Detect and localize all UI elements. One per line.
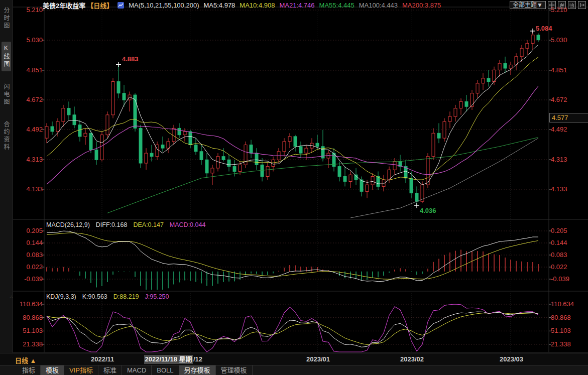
last-price-marker: 4.577 (549, 113, 588, 122)
tab-save-template[interactable]: 另存模板 (179, 365, 216, 375)
tab-manage-template[interactable]: 管理模板 (216, 365, 253, 375)
panel-settings-icon[interactable]: ∴ (10, 294, 13, 300)
period-selector[interactable]: 日线 ▲ (15, 355, 36, 365)
tab-boll[interactable]: BOLL (152, 365, 179, 375)
main-ylabel-right: 4.672 (551, 96, 586, 103)
main-ylabel: 4.313 (15, 156, 43, 163)
ma21-value: MA21:4.746 (279, 2, 314, 9)
kdj-k-value: K:90.563 (82, 293, 107, 300)
swing-high-annotation: 4.883 (122, 55, 139, 63)
kdj-caption: KDJ(9,3,3) (46, 293, 76, 300)
kdj-ylabel: 110.634 (15, 300, 43, 308)
kdj-j-value: J:95.250 (145, 293, 169, 300)
instrument-title: 美债2年收益率 (43, 1, 85, 10)
main-ylabel: 4.492 (15, 126, 43, 133)
kdj-ylabel: 80.868 (15, 314, 43, 321)
macd-ylabel: 0.083 (15, 251, 43, 259)
date-label: 2023/01 (306, 355, 330, 363)
main-ylabel: 5.030 (15, 36, 43, 44)
ma200-value: MA200:3.875 (402, 2, 441, 9)
main-ylabel: 4.672 (15, 96, 43, 103)
macd-ylabel: 0.022 (15, 263, 43, 271)
ma10-value: MA10:4.908 (240, 2, 275, 9)
tab-indicator[interactable]: 指标 (17, 365, 41, 375)
trading-app-window: 分时图 K线图 闪电图 合约资料 美债2年收益率 【日线】 MA(5,10,21… (0, 0, 588, 375)
macd-ylabel-right: -0.039 (551, 275, 586, 283)
ma100-value: MA100:4.443 (359, 2, 398, 9)
date-label: 2023/02 (400, 355, 424, 363)
main-ylabel-right: 4.313 (551, 156, 586, 163)
main-ylabel: 4.133 (15, 185, 43, 193)
chart-style-icon[interactable] (117, 2, 124, 9)
kdj-d-value: D:88.219 (113, 293, 139, 300)
macd-ylabel-right: 0.083 (551, 251, 586, 259)
bottom-low-annotation: 4.036 (420, 207, 436, 214)
sidebar-tab-kline[interactable]: K线图 (2, 42, 11, 71)
ma5-value: MA5:4.978 (203, 2, 235, 9)
period-tag: 【日线】 (87, 1, 113, 10)
main-ylabel: 5.210 (15, 6, 43, 14)
main-ylabel-right: 4.851 (551, 66, 586, 74)
main-ylabel-right: 5.210 (551, 6, 586, 14)
toolbar-spacer (0, 365, 17, 375)
main-ylabel-right: 4.492 (551, 126, 586, 133)
top-peak-annotation: 5.084 (536, 25, 552, 32)
theme-dropdown-button[interactable]: 全部主题▼ (510, 1, 546, 9)
ma55-value: MA55:4.445 (319, 2, 355, 9)
macd-caption: MACD(26,12,9) (46, 221, 90, 228)
kdj-ylabel-right: 21.338 (551, 340, 586, 348)
chart-type-sidebar: 分时图 K线图 闪电图 合约资料 (0, 0, 13, 353)
macd-ylabel: -0.039 (15, 275, 43, 283)
macd-ylabel-right: 0.022 (551, 263, 586, 271)
date-label-partial: /12 (193, 355, 202, 363)
sidebar-tab-contract-info[interactable]: 合约资料 (2, 118, 11, 154)
macd-diff-value: DIFF:0.168 (96, 221, 128, 228)
chart-header: 美债2年收益率 【日线】 MA(5,10,21,55,100,200) MA5:… (43, 1, 441, 10)
tab-macd[interactable]: MACD (122, 365, 152, 375)
macd-ylabel: 0.205 (15, 227, 43, 234)
ma-caption: MA(5,10,21,55,100,200) (129, 2, 199, 9)
crosshair-date-box: 2022/11/18 星期五 (144, 355, 193, 364)
macd-value: MACD:0.044 (170, 221, 206, 228)
kdj-ylabel: 21.338 (15, 340, 43, 348)
indicator-toolbar: 指标 模板 VIP指标 标准 MACD BOLL 另存模板 管理模板 (0, 365, 588, 375)
date-label: 2023/03 (500, 355, 523, 363)
main-ylabel-right: 5.030 (551, 36, 586, 44)
sidebar-tab-timeshare[interactable]: 分时图 (2, 4, 11, 33)
macd-dea-value: DEA:0.147 (133, 221, 163, 228)
main-ylabel-right: 4.133 (551, 185, 586, 193)
kdj-ylabel-right: 51.103 (551, 327, 586, 334)
sidebar-tab-lightning[interactable]: 闪电图 (2, 80, 11, 109)
kdj-ylabel: 51.103 (15, 327, 43, 334)
kdj-ylabel-right: 110.634 (551, 300, 586, 308)
tab-standard[interactable]: 标准 (98, 365, 122, 375)
tab-template[interactable]: 模板 (41, 365, 64, 375)
main-ylabel: 4.851 (15, 66, 43, 74)
date-label: 2022/11 (91, 355, 114, 363)
kdj-ylabel-right: 80.868 (551, 314, 586, 321)
date-axis-row: 日线 ▲ 2022/11 2022/11/18 星期五 /12 2023/01 … (0, 353, 588, 365)
macd-ylabel: 0.144 (15, 239, 43, 246)
macd-ylabel-right: 0.144 (551, 239, 586, 246)
macd-header: MACD(26,12,9) DIFF:0.168 DEA:0.147 MACD:… (46, 221, 205, 228)
macd-ylabel-right: 0.205 (551, 227, 586, 234)
kdj-header: KDJ(9,3,3) K:90.563 D:88.219 J:95.250 (46, 293, 169, 300)
tab-vip-indicator[interactable]: VIP指标 (64, 365, 98, 375)
